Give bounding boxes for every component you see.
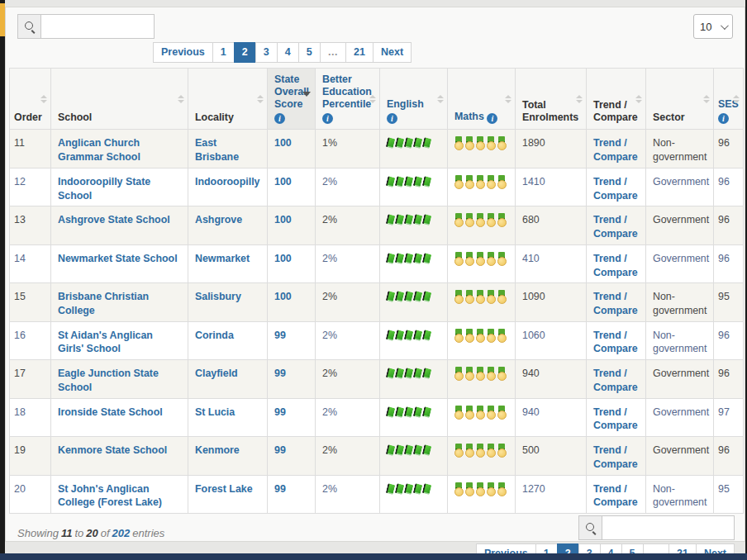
col-header-english[interactable]: English i: [380, 69, 448, 130]
book-icon: [386, 291, 396, 302]
page-size-select[interactable]: 10: [693, 14, 733, 39]
col-header-locality[interactable]: Locality: [188, 69, 268, 130]
book-icon: [413, 406, 423, 418]
book-icon: [413, 291, 423, 302]
locality-link[interactable]: Ashgrove: [195, 214, 242, 225]
info-icon[interactable]: i: [387, 113, 397, 124]
col-header-sector[interactable]: Sector: [646, 69, 714, 130]
score-link[interactable]: 100: [274, 176, 292, 187]
col-header-ses[interactable]: SES i: [714, 69, 744, 130]
locality-link[interactable]: Clayfield: [195, 368, 238, 379]
sort-carets-icon[interactable]: [505, 95, 511, 103]
medal-icon: [465, 136, 473, 150]
cell-score: 99: [268, 398, 316, 436]
info-icon[interactable]: i: [322, 113, 333, 124]
sort-carets-icon[interactable]: [635, 95, 642, 103]
cell-enrolments: 410: [516, 244, 587, 282]
cell-ses: 95: [714, 283, 744, 321]
trend-compare-link[interactable]: Trend / Compare: [593, 253, 638, 278]
locality-link[interactable]: East Brisbane: [195, 137, 239, 163]
sort-carets-icon[interactable]: [576, 95, 583, 103]
trend-compare-link[interactable]: Trend / Compare: [593, 176, 638, 202]
col-header-better-education-percentile[interactable]: Better Education Percentile i: [316, 69, 380, 130]
school-link[interactable]: Ironside State School: [58, 406, 163, 418]
locality-link[interactable]: Corinda: [195, 330, 234, 341]
score-link[interactable]: 99: [274, 406, 286, 418]
col-header-order[interactable]: Order: [10, 69, 51, 130]
school-link[interactable]: Newmarket State School: [58, 253, 178, 264]
sort-carets-icon[interactable]: [733, 95, 740, 103]
score-link[interactable]: 100: [274, 214, 292, 225]
locality-link[interactable]: Newmarket: [195, 253, 250, 264]
pagination-previous[interactable]: Previous: [153, 42, 213, 63]
sort-carets-icon[interactable]: [437, 95, 444, 103]
cell-enrolments: 940: [516, 360, 587, 398]
search-input-bottom[interactable]: [602, 515, 735, 540]
sort-carets-icon[interactable]: [40, 95, 47, 103]
trend-compare-link[interactable]: Trend / Compare: [593, 483, 638, 509]
score-link[interactable]: 99: [274, 483, 286, 495]
info-icon[interactable]: i: [718, 113, 729, 124]
col-header-total-enrolments[interactable]: Total Enrolments: [516, 69, 587, 130]
pagination-page-1[interactable]: 1: [212, 42, 235, 63]
pagination-next[interactable]: Next: [373, 42, 412, 63]
book-icon: [404, 291, 414, 302]
pagination-page-5[interactable]: 5: [298, 42, 321, 63]
score-link[interactable]: 100: [274, 291, 292, 302]
pagination-page-3[interactable]: 3: [255, 42, 278, 63]
score-link[interactable]: 99: [274, 330, 286, 341]
cell-percentile: 2%: [316, 437, 380, 475]
window-edge-left: [0, 0, 5, 560]
info-icon[interactable]: i: [274, 113, 285, 124]
pagination-page-4[interactable]: 4: [277, 42, 299, 63]
school-link[interactable]: Ashgrove State School: [58, 214, 170, 225]
school-link[interactable]: Kenmore State School: [58, 444, 167, 456]
locality-link[interactable]: Forest Lake: [195, 483, 253, 495]
school-link[interactable]: Indooroopilly State School: [58, 176, 150, 202]
info-icon[interactable]: i: [487, 113, 497, 124]
showing-entries-info: Showing11to20of202entries: [17, 527, 167, 539]
table-search-top: [17, 14, 155, 39]
sort-carets-icon[interactable]: [257, 95, 264, 103]
score-link[interactable]: 99: [274, 368, 286, 379]
locality-link[interactable]: St Lucia: [195, 406, 235, 418]
cell-sector: Government: [646, 206, 714, 244]
trend-compare-link[interactable]: Trend / Compare: [593, 214, 638, 240]
cell-sector: Non-government: [646, 475, 714, 513]
school-link[interactable]: Eagle Junction State School: [58, 368, 159, 393]
col-header-state-overall-score[interactable]: State Overall Score i: [268, 69, 316, 130]
search-input[interactable]: [41, 14, 155, 39]
locality-link[interactable]: Indooroopilly: [195, 176, 259, 187]
score-link[interactable]: 100: [274, 137, 292, 149]
trend-compare-link[interactable]: Trend / Compare: [593, 444, 638, 470]
cell-sector: Government: [646, 437, 714, 475]
sort-carets-icon[interactable]: [703, 95, 710, 103]
trend-compare-link[interactable]: Trend / Compare: [593, 406, 638, 432]
cell-enrolments: 500: [516, 437, 587, 475]
locality-link[interactable]: Kenmore: [195, 444, 240, 456]
cell-locality: Forest Lake: [188, 475, 268, 513]
pagination-page-2-active[interactable]: 2: [234, 42, 256, 63]
col-header-trend-compare[interactable]: Trend / Compare: [587, 69, 646, 130]
sort-descending-icon[interactable]: [302, 92, 311, 97]
score-link[interactable]: 99: [274, 444, 286, 456]
pagination-page-21[interactable]: 21: [345, 42, 374, 63]
medal-icon: [454, 482, 463, 496]
trend-compare-link[interactable]: Trend / Compare: [593, 291, 638, 316]
col-header-school[interactable]: School: [51, 69, 188, 130]
locality-link[interactable]: Salisbury: [195, 291, 241, 302]
cell-order: 16: [10, 321, 51, 359]
school-link[interactable]: Brisbane Christian College: [58, 291, 149, 316]
trend-compare-link[interactable]: Trend / Compare: [593, 137, 638, 163]
trend-compare-link[interactable]: Trend / Compare: [593, 330, 638, 355]
school-link[interactable]: St John's Anglican College (Forest Lake): [58, 483, 162, 509]
medal-icon: [487, 367, 495, 381]
medal-icon: [476, 329, 484, 343]
trend-compare-link[interactable]: Trend / Compare: [593, 368, 638, 393]
school-link[interactable]: St Aidan's Anglican Girls' School: [58, 330, 153, 355]
school-link[interactable]: Anglican Church Grammar School: [58, 137, 140, 163]
score-link[interactable]: 100: [274, 253, 292, 264]
sort-carets-icon[interactable]: [369, 95, 376, 103]
sort-carets-icon[interactable]: [178, 95, 184, 103]
col-header-maths[interactable]: Maths i: [448, 69, 516, 130]
